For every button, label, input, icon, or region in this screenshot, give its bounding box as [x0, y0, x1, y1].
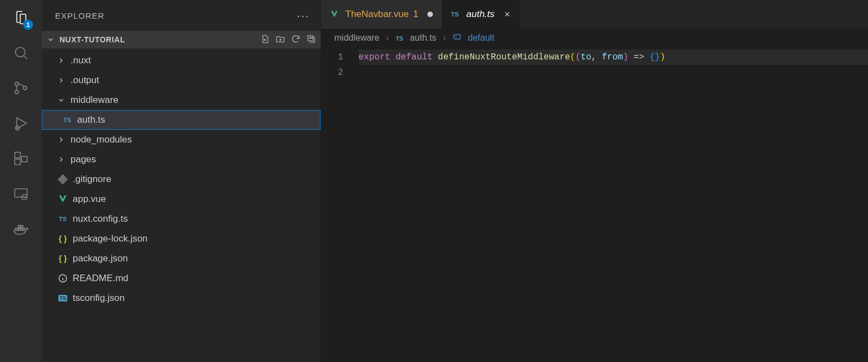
chevron-right-icon: [57, 156, 66, 163]
typescript-icon: TS: [57, 216, 68, 222]
tree-label: .output: [70, 75, 99, 86]
token-keyword: export: [359, 52, 390, 62]
folder-section-header[interactable]: NUXT-TUTORIAL: [42, 31, 321, 48]
tab-modified-count: 1: [413, 9, 418, 20]
refresh-icon[interactable]: [291, 34, 301, 46]
tree-label: middleware: [70, 95, 118, 106]
file-app-vue[interactable]: app.vue: [42, 189, 321, 209]
tab-auth[interactable]: TS auth.ts ×: [442, 0, 520, 29]
folder-nuxt[interactable]: .nuxt: [42, 51, 321, 70]
svg-point-19: [455, 36, 457, 37]
tree-label: package.json: [73, 253, 128, 264]
file-package-json[interactable]: { } package.json: [42, 249, 321, 268]
symbol-icon: [453, 32, 462, 43]
typescript-icon: TS: [451, 11, 461, 18]
close-icon[interactable]: ×: [504, 9, 511, 20]
dirty-indicator-icon: [427, 12, 433, 17]
svg-rect-6: [15, 159, 20, 164]
file-readme[interactable]: README.md: [42, 268, 321, 288]
breadcrumb-file[interactable]: auth.ts: [410, 33, 436, 43]
chevron-right-icon: [57, 136, 66, 144]
chevron-right-icon: ›: [386, 33, 389, 43]
typescript-icon: TS: [395, 33, 403, 43]
token-param: from: [602, 52, 623, 62]
folder-output[interactable]: .output: [42, 70, 321, 90]
svg-rect-7: [21, 156, 27, 162]
file-tree: .nuxt .output middleware TS auth.ts node…: [42, 48, 321, 308]
new-folder-icon[interactable]: [275, 34, 285, 46]
token-function: defineNuxtRouteMiddleware: [438, 52, 570, 62]
folder-middleware[interactable]: middleware: [42, 90, 321, 110]
file-auth-ts[interactable]: TS auth.ts: [42, 110, 321, 130]
tree-label: node_modules: [70, 134, 132, 145]
activity-run-debug-icon[interactable]: [11, 113, 31, 133]
activity-source-control-icon[interactable]: [11, 78, 31, 98]
svg-point-0: [15, 47, 25, 57]
info-icon: [57, 273, 68, 283]
tree-label: nuxt.config.ts: [73, 213, 128, 224]
breadcrumb-symbol[interactable]: default: [468, 33, 495, 43]
new-file-icon[interactable]: [260, 34, 270, 46]
collapse-all-icon[interactable]: [306, 34, 316, 46]
tab-label: auth.ts: [466, 9, 495, 20]
activity-bar: 1: [0, 0, 42, 362]
tsconfig-icon: TS: [57, 295, 68, 301]
tree-label: .nuxt: [70, 55, 91, 66]
file-package-lock[interactable]: { } package-lock.json: [42, 229, 321, 249]
folder-pages[interactable]: pages: [42, 150, 321, 169]
explorer-badge: 1: [23, 20, 33, 30]
file-nuxt-config[interactable]: TS nuxt.config.ts: [42, 209, 321, 229]
activity-search-icon[interactable]: [11, 43, 31, 63]
svg-point-2: [15, 90, 18, 94]
sidebar-more-icon[interactable]: ···: [297, 9, 310, 22]
breadcrumbs[interactable]: middleware › TS auth.ts › default: [321, 29, 868, 47]
chevron-right-icon: ›: [443, 33, 446, 43]
breadcrumb-folder[interactable]: middleware: [334, 33, 379, 43]
file-gitignore[interactable]: .gitignore: [42, 169, 321, 189]
svg-point-1: [15, 82, 18, 85]
tree-label: auth.ts: [77, 114, 105, 125]
token-paren: ): [660, 52, 665, 62]
svg-rect-18: [454, 35, 460, 39]
token-arrow: =>: [633, 52, 644, 62]
activity-explorer-icon[interactable]: 1: [11, 8, 31, 28]
chevron-down-icon: [46, 36, 55, 43]
tree-label: package-lock.json: [73, 233, 148, 244]
token-paren: (: [570, 52, 576, 62]
chevron-right-icon: [57, 76, 66, 84]
activity-remote-icon[interactable]: [11, 184, 31, 204]
token-brace: {}: [649, 52, 660, 62]
token-paren: (: [576, 52, 581, 62]
line-gutter: 1 2: [321, 50, 359, 362]
file-tsconfig[interactable]: TS tsconfig.json: [42, 288, 321, 308]
chevron-down-icon: [57, 96, 66, 104]
vue-icon: [330, 10, 340, 19]
git-icon: [57, 174, 68, 184]
json-icon: { }: [57, 254, 68, 263]
tree-label: tsconfig.json: [73, 293, 125, 304]
chevron-right-icon: [57, 57, 66, 64]
explorer-sidebar: EXPLORER ··· NUXT-TUTORIAL .nuxt .output…: [42, 0, 321, 362]
svg-rect-14: [21, 226, 23, 228]
sidebar-header: EXPLORER ···: [42, 0, 321, 31]
tree-label: pages: [70, 154, 96, 165]
svg-rect-13: [18, 226, 20, 228]
editor-tabs: TheNavbar.vue 1 TS auth.ts ×: [321, 0, 868, 29]
code-editor[interactable]: 1 2 export default defineNuxtRouteMiddle…: [321, 47, 868, 362]
tree-label: .gitignore: [73, 174, 111, 185]
activity-extensions-icon[interactable]: [11, 149, 31, 168]
folder-node-modules[interactable]: node_modules: [42, 130, 321, 150]
editor-area: TheNavbar.vue 1 TS auth.ts × middleware …: [321, 0, 868, 362]
tab-label: TheNavbar.vue: [345, 9, 409, 20]
token-comma: ,: [592, 52, 602, 62]
sidebar-title: EXPLORER: [55, 11, 105, 20]
code-content[interactable]: export default defineNuxtRouteMiddleware…: [359, 50, 868, 362]
typescript-icon: TS: [62, 117, 73, 123]
token-param: to: [581, 52, 591, 62]
activity-docker-icon[interactable]: [11, 219, 31, 239]
tree-label: README.md: [73, 273, 128, 284]
json-icon: { }: [57, 234, 68, 243]
svg-rect-5: [15, 152, 20, 158]
tree-label: app.vue: [73, 194, 106, 205]
tab-thenavbar[interactable]: TheNavbar.vue 1: [321, 0, 442, 29]
